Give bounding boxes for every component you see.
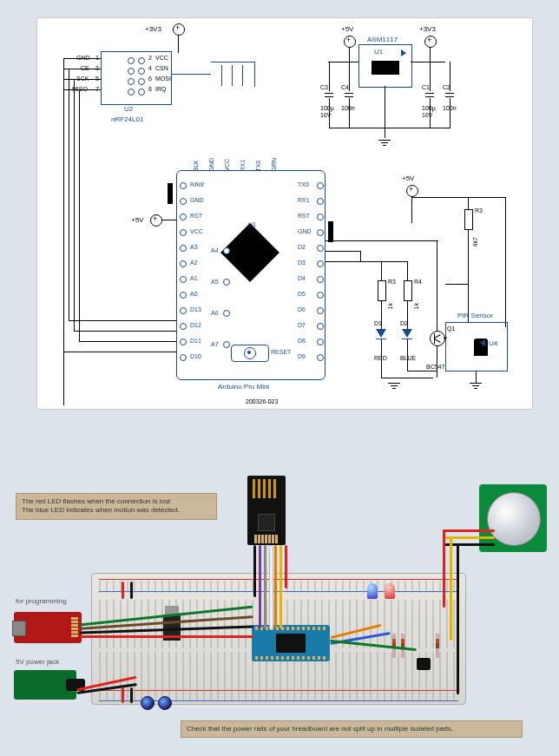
led-blue [367, 583, 378, 599]
pin-dot [180, 214, 187, 220]
res-val: 4k7 [472, 237, 478, 247]
arduino-title: Arduino Pro Mini [218, 383, 269, 391]
power-node-icon [344, 36, 356, 48]
pin-label: A0 [190, 291, 198, 297]
led-icon [402, 329, 412, 338]
pin-dot [180, 276, 187, 283]
arrow-icon [401, 49, 406, 56]
label-power-jack: 5V power jack [16, 658, 59, 666]
res-ref: R3 [475, 207, 483, 214]
cap-ref: C2 [443, 84, 450, 90]
pin-dot [180, 260, 187, 267]
ground-icon [470, 383, 482, 384]
cap-val: 100µ [422, 105, 436, 111]
resistor [464, 209, 473, 230]
nrf-ref: U2 [124, 105, 133, 113]
reset-button-icon [231, 345, 269, 362]
ground-icon [378, 140, 391, 141]
pin-label: RST [298, 213, 310, 219]
pir-sensor [445, 322, 508, 371]
pin-label: GRN [271, 158, 277, 172]
pin-num: 4 [148, 65, 152, 71]
pin-label: RX1 [240, 160, 246, 172]
res-ref: R3 [388, 279, 396, 285]
pin-label: RX1 [298, 197, 310, 203]
pcb-antenna-icon [253, 479, 279, 498]
pin-label: VCC [155, 55, 168, 61]
pin-label: A6 [211, 310, 219, 316]
pin-label: D3 [298, 260, 306, 266]
pin-label: VCC [224, 159, 230, 172]
trans-part: BC547 [426, 364, 444, 370]
pir-dome-icon [487, 492, 541, 546]
pin-dot [317, 229, 324, 236]
arrow-icon [480, 339, 485, 346]
pin-label: D13 [190, 306, 201, 312]
pin-label: D4 [298, 275, 306, 281]
mcu-chip-icon [276, 634, 306, 653]
pin-dot [317, 307, 324, 314]
resistor [436, 634, 439, 658]
pin-dot [317, 323, 324, 330]
pin-label: RAW [190, 181, 204, 187]
led-icon [376, 329, 386, 338]
power-jack [14, 670, 76, 700]
electrolytic-cap [141, 696, 155, 710]
pin-label: A4 [211, 247, 219, 253]
pin-dot [317, 198, 324, 205]
callout-power-rails: Check that the power rails of your bread… [181, 720, 523, 738]
label-5v-reg: +5V [341, 25, 353, 33]
antenna-icon [211, 62, 255, 87]
pin-label: A2 [190, 260, 198, 266]
label-3v3-nrf: +3V3 [145, 25, 161, 33]
led-color: BLUE [400, 355, 416, 361]
pir-title: PIR Sensor [457, 312, 493, 319]
pin-dot [223, 310, 230, 317]
power-node-icon [424, 36, 437, 48]
pin-label: D8 [298, 338, 306, 344]
arduino-ref: U1 [248, 221, 256, 227]
pin-label: GND [208, 158, 214, 172]
power-node-icon [173, 23, 185, 36]
pin-dot [180, 229, 187, 236]
arduino-pro-mini-board [252, 625, 330, 661]
rf-chip-icon [258, 514, 275, 531]
callout-led-behavior: The red LED flashes when the connection … [16, 493, 217, 520]
pir-ref: U4 [489, 339, 497, 347]
pin-label: MOSI [155, 76, 171, 82]
resistor [378, 280, 386, 301]
led-red [385, 583, 395, 599]
pin-dot [223, 247, 230, 254]
pin-label: A1 [190, 275, 198, 281]
power-node-icon [150, 214, 162, 227]
label-programming: for programming [16, 597, 67, 605]
cap-ref: C1 [422, 84, 430, 90]
pin-dot [223, 279, 230, 286]
pin-label: IRQ [155, 86, 166, 92]
pin-dot [180, 198, 187, 205]
pin-label: D10 [190, 353, 201, 359]
pin-dot [317, 245, 324, 252]
resistor [401, 634, 404, 658]
cap-volt: 16V [422, 112, 432, 118]
pin-label: CSN [155, 65, 168, 71]
schematic-diagram: +3V3 GND 1 CE 3 SCK 5 MISO 7 2 VCC 4 CSN… [36, 17, 533, 410]
cap-val: 100µ [320, 105, 334, 111]
pin-label: A5 [211, 279, 219, 285]
cap-val: 100n [341, 105, 355, 111]
pin-dot [180, 182, 187, 189]
pin-label: TX0 [298, 181, 309, 187]
pin-label: D9 [298, 353, 306, 359]
res-val: 1k [387, 303, 393, 309]
pin-dot [180, 339, 187, 345]
cap-ref: C4 [341, 84, 349, 90]
nrf-part: nRF24L01 [111, 115, 143, 123]
pin-label: D5 [298, 291, 306, 297]
pin-dot [317, 276, 324, 283]
pin-dot [180, 354, 187, 361]
usb-connector-icon [12, 621, 26, 636]
res-val: 1k [413, 303, 419, 309]
asm-part: ASM1117 [367, 36, 398, 43]
pin-dot [317, 292, 324, 299]
transistor-to92 [417, 658, 431, 670]
